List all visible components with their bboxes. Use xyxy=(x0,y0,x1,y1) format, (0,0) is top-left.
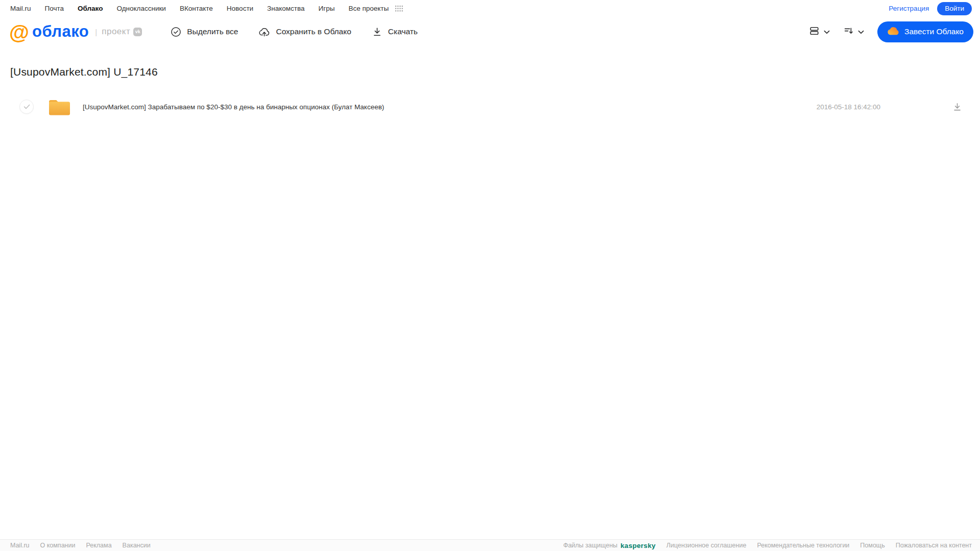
logo-wordmark: облако xyxy=(32,22,89,41)
footer-link-ads[interactable]: Реклама xyxy=(86,542,111,549)
nav-item-oblako[interactable]: Облако xyxy=(78,5,103,12)
header: @ облако | проект vk Выделить все xyxy=(0,17,980,46)
nav-item-mailru[interactable]: Mail.ru xyxy=(10,5,31,12)
download-icon xyxy=(372,27,383,37)
row-checkbox[interactable] xyxy=(19,100,34,114)
kaspersky-logo[interactable]: kaspersky xyxy=(620,542,656,549)
save-to-cloud-button[interactable]: Сохранить в Облако xyxy=(258,27,351,37)
download-label: Скачать xyxy=(388,27,418,36)
mailru-at-icon: @ xyxy=(9,22,29,42)
protected-label: Файлы защищены xyxy=(563,542,617,549)
cloud-icon xyxy=(887,26,899,37)
nav-item-pochta[interactable]: Почта xyxy=(45,5,64,12)
footer-link-about[interactable]: О компании xyxy=(40,542,76,549)
registration-link[interactable]: Регистрация xyxy=(889,5,929,12)
chevron-down-icon xyxy=(824,28,830,36)
vk-logo-icon: vk xyxy=(133,28,142,36)
nav-item-odnoklassniki[interactable]: Одноклассники xyxy=(116,5,165,12)
portal-nav: Mail.ru Почта Облако Одноклассники ВКонт… xyxy=(0,0,980,17)
save-to-cloud-label: Сохранить в Облако xyxy=(276,27,351,36)
footer-link-recommendation-tech[interactable]: Рекомендательные технологии xyxy=(757,542,849,549)
footer-right-links: Файлы защищены kaspersky Лицензионное со… xyxy=(563,542,972,549)
page-title: [UsupovMarket.com] U_17146 xyxy=(10,66,980,78)
logo-divider: | xyxy=(95,28,97,36)
file-row[interactable]: [UsupovMarket.com] Зарабатываем по $20-$… xyxy=(10,94,980,119)
portal-nav-auth: Регистрация Войти xyxy=(889,2,972,15)
logo-project-label: проект xyxy=(102,27,130,37)
footer-link-jobs[interactable]: Вакансии xyxy=(123,542,151,549)
nav-item-vse-proekty[interactable]: Все проекты xyxy=(348,5,389,12)
check-circle-icon xyxy=(171,27,181,37)
folder-icon xyxy=(47,97,71,116)
sort-dropdown[interactable] xyxy=(843,26,864,38)
row-download-button[interactable] xyxy=(952,102,963,112)
cloud-upload-icon xyxy=(258,27,270,37)
all-projects-grid-icon[interactable] xyxy=(395,6,403,12)
footer-link-mailru[interactable]: Mail.ru xyxy=(10,542,30,549)
select-all-button[interactable]: Выделить все xyxy=(171,27,238,37)
chevron-down-icon xyxy=(858,28,864,36)
file-list: [UsupovMarket.com] Зарабатываем по $20-$… xyxy=(10,94,980,119)
main-content: [UsupovMarket.com] U_17146 xyxy=(0,46,980,539)
nav-item-igry[interactable]: Игры xyxy=(319,5,335,12)
get-cloud-button[interactable]: Завести Облако xyxy=(877,21,973,42)
footer-left-links: Mail.ru О компании Реклама Вакансии xyxy=(10,542,151,549)
nav-item-znakomstva[interactable]: Знакомства xyxy=(267,5,304,12)
footer-link-license[interactable]: Лицензионное соглашение xyxy=(666,542,747,549)
footer-link-help[interactable]: Помощь xyxy=(860,542,885,549)
portal-nav-links: Mail.ru Почта Облако Одноклассники ВКонт… xyxy=(10,5,403,12)
get-cloud-label: Завести Облако xyxy=(904,27,964,36)
file-date: 2016-05-18 16:42:00 xyxy=(817,103,880,111)
header-right: Завести Облако xyxy=(809,21,973,42)
login-button[interactable]: Войти xyxy=(937,2,972,15)
toolbar: Выделить все Сохранить в Облако Скачат xyxy=(171,27,418,37)
cloud-logo[interactable]: @ облако | проект vk xyxy=(9,21,142,42)
nav-item-vkontakte[interactable]: ВКонтакте xyxy=(180,5,213,12)
file-name[interactable]: [UsupovMarket.com] Зарабатываем по $20-$… xyxy=(83,103,384,111)
nav-item-novosti[interactable]: Новости xyxy=(227,5,253,12)
view-list-icon xyxy=(809,26,820,38)
view-mode-dropdown[interactable] xyxy=(809,26,830,38)
sort-icon xyxy=(843,26,854,38)
footer: Mail.ru О компании Реклама Вакансии Файл… xyxy=(0,539,980,551)
select-all-label: Выделить все xyxy=(187,27,238,36)
download-button[interactable]: Скачать xyxy=(372,27,418,37)
footer-link-report-content[interactable]: Пожаловаться на контент xyxy=(896,542,972,549)
kaspersky-protection: Файлы защищены kaspersky xyxy=(563,542,656,549)
